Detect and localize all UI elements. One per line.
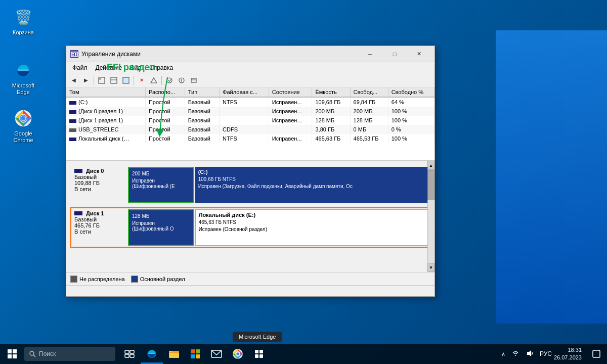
desktop-icon-recycle-bin[interactable]: 🗑️ Корзина [5,5,41,38]
taskbar-extra[interactable] [249,344,269,364]
taskbar-chrome[interactable] [228,344,248,364]
network-icon[interactable] [509,347,522,361]
legend-primary-box [131,276,138,283]
disk-0-size: 109,88 ГБ [74,180,124,186]
disk-0-efi-partition[interactable]: 200 МБ Исправен (Шифрованный (Е [128,167,194,203]
toolbar-forward[interactable]: ▶ [80,75,92,86]
tray-arrow[interactable]: ∧ [499,349,507,359]
legend-primary: Основной раздел [131,276,185,283]
cell-status: Исправен... [269,107,312,116]
desktop: 🗑️ Корзина Microsoft Edge [0,0,607,364]
svg-rect-40 [255,354,258,358]
taskbar: Поиск [0,344,607,364]
menu-file[interactable]: Файл [68,63,92,72]
taskbar-mail[interactable] [206,344,227,364]
clock[interactable]: 18:31 26.07.2023 [554,346,587,362]
chrome-label: Google Chrome [7,130,39,144]
cell-free: 128 МБ [350,116,388,125]
cell-capacity: 3,80 ГБ [312,125,350,134]
search-icon [29,351,36,357]
taskbar-task-view[interactable] [119,344,140,364]
desktop-icon-edge[interactable]: Microsoft Edge [5,58,41,98]
cell-volume: (Диск 0 раздел 1) [66,107,145,116]
minimize-button[interactable]: ─ [359,46,382,62]
menu-view[interactable]: Вид [126,63,145,72]
cell-free-pct: 100 % [388,107,434,116]
svg-rect-6 [71,52,77,57]
sound-icon[interactable] [524,347,536,361]
legend: Не распределена Основной раздел [66,272,435,285]
menu-help[interactable]: Справка [145,63,177,72]
col-free: Свобод... [350,87,388,97]
toolbar-btn-7[interactable] [188,75,199,86]
disk-0-system-partition[interactable]: (C:) 109,68 ГБ NTFS Исправен (Загрузка, … [195,167,428,203]
cell-type: Базовый [185,125,219,134]
disk-1-row[interactable]: Диск 1 Базовый 465,76 ГБ В сети 128 МБ И… [70,207,430,248]
desktop-icon-chrome[interactable]: Google Chrome [5,106,41,146]
cell-free: 465,53 ГБ [350,134,388,143]
table-row[interactable]: (C:) Простой Базовый NTFS Исправен... 10… [66,97,435,107]
taskbar-store[interactable] [185,344,205,364]
start-button[interactable] [0,344,24,364]
cell-status: Исправен... [269,134,312,143]
disk-view-scroll[interactable]: Диск 0 Базовый 109,88 ГБ В сети 200 МБ И… [66,161,435,272]
cell-volume: (Диск 1 раздел 1) [66,116,145,125]
cell-status [269,125,312,134]
toolbar-back[interactable]: ◀ [68,75,79,86]
window-icon [70,50,78,58]
scrollbar-thumb[interactable] [427,170,435,200]
task-view-icon [124,349,135,359]
disk-table[interactable]: Том Располо... Тип Файловая с... Состоян… [66,87,435,161]
cell-fs: NTFS [220,97,269,107]
mail-icon [211,348,222,359]
svg-point-21 [30,351,34,355]
toolbar-btn-2[interactable] [108,75,119,86]
toolbar-btn-1[interactable] [96,75,107,86]
table-row[interactable]: Локальный диск (… Простой Базовый NTFS И… [66,134,435,143]
cell-volume: (C:) [66,97,145,107]
cell-free-pct: 100 % [388,116,434,125]
disk-0-row[interactable]: Диск 0 Базовый 109,88 ГБ В сети 200 МБ И… [70,165,430,205]
disk-view-scrollbar[interactable]: ▲ ▼ [427,161,435,272]
taskbar-explorer[interactable] [164,344,184,364]
svg-line-22 [33,355,35,357]
maximize-button[interactable]: □ [383,46,406,62]
table-row[interactable]: (Диск 0 раздел 1) Простой Базовый Исправ… [66,107,435,116]
lang-indicator[interactable]: РУС [538,348,552,359]
table-row[interactable]: USB_STRELEC Простой Базовый CDFS 3,80 ГБ… [66,125,435,134]
toolbar-delete[interactable]: ✕ [136,75,147,86]
disk-view-area: Диск 0 Базовый 109,88 ГБ В сети 200 МБ И… [66,161,435,272]
close-button[interactable]: ✕ [407,46,430,62]
notification-button[interactable] [589,344,604,364]
taskbar-search[interactable]: Поиск [24,347,115,361]
toolbar-btn-5[interactable] [164,75,175,86]
taskbar-apps [119,344,269,364]
desktop-wallpaper-accent [496,30,607,324]
cell-capacity: 109,68 ГБ [312,97,350,107]
menu-action[interactable]: Действие [92,63,126,72]
toolbar: ◀ ▶ ✕ [66,73,435,87]
taskbar-chrome-icon [232,348,243,359]
disk-management-window: Управление дисками ─ □ ✕ Файл Действие В… [66,46,435,297]
disk-1-size: 465,76 ГБ [74,222,124,229]
disk-1-efi-partition[interactable]: 128 МБ Исправен (Шифрованный О [128,209,194,246]
window-controls: ─ □ ✕ [359,46,430,62]
disk-1-type: Базовый [74,216,124,222]
cell-free-pct: 100 % [388,134,434,143]
toolbar-btn-3[interactable] [120,75,132,86]
toolbar-btn-6[interactable] [176,75,187,86]
svg-rect-19 [191,78,196,82]
disk-0-type: Базовый [74,174,124,180]
svg-rect-12 [111,77,117,83]
cell-fs: NTFS [220,134,269,143]
recycle-bin-label: Корзина [13,29,34,36]
col-volume: Том [66,87,145,97]
disk-1-local-partition[interactable]: Локальный диск (Е:) 465,63 ГБ NTFS Испра… [195,209,428,246]
svg-rect-14 [123,77,129,83]
table-row[interactable]: (Диск 1 раздел 1) Простой Базовый Исправ… [66,116,435,125]
svg-rect-24 [130,350,134,353]
toolbar-btn-4[interactable] [148,75,159,86]
cell-free-pct: 0 % [388,125,434,134]
taskbar-edge[interactable] [141,344,163,364]
edge-tooltip: Microsoft Edge [233,332,282,342]
